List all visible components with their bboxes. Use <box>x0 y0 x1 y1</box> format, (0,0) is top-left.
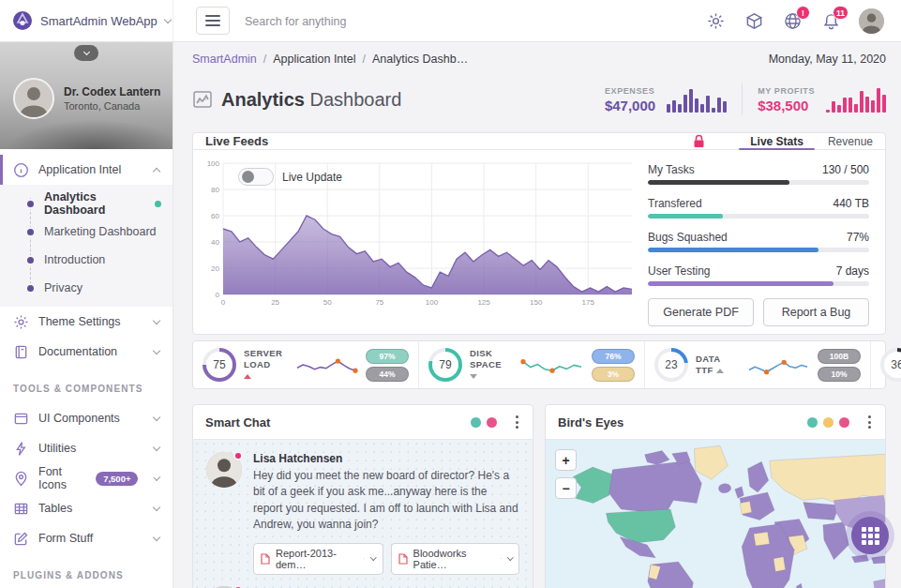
tab-live-stats[interactable]: Live Stats <box>750 133 803 149</box>
expenses-kpi: EXPENSES $47,000 <box>605 86 727 113</box>
profile-collapse-button[interactable] <box>74 45 98 61</box>
navbar-actions: ! 11 <box>705 8 901 34</box>
birds-eyes-panel: Bird's Eyes + − <box>545 404 886 588</box>
stat-my-tasks: My Tasks130 / 500 <box>648 163 869 185</box>
generate-pdf-button[interactable]: Generate PDF <box>648 298 754 326</box>
report-bug-button[interactable]: Report a Bug <box>763 298 869 326</box>
area-chart-icon <box>192 89 213 110</box>
svg-text:25: 25 <box>271 298 279 307</box>
sidebar-item-font-icons[interactable]: Font Icons 7,500+ <box>0 463 173 493</box>
profile-avatar[interactable] <box>13 78 54 119</box>
current-date: Monday, May 11, 2020 <box>769 53 886 66</box>
header-kpis: EXPENSES $47,000 MY PROFITS $38,500 <box>605 83 886 115</box>
file-icon <box>398 553 408 565</box>
map-zoom-in-button[interactable]: + <box>555 449 577 471</box>
sidebar-item-documentation[interactable]: Documentation <box>0 337 173 367</box>
notifications-bell-icon[interactable]: 11 <box>820 10 841 31</box>
brand-chevron-down-icon <box>164 15 172 23</box>
info-icon <box>13 162 29 178</box>
language-globe-icon[interactable]: ! <box>782 10 803 31</box>
smart-chat-menu-icon[interactable] <box>514 414 520 430</box>
brand[interactable]: SmartAdmin WebApp <box>0 0 173 41</box>
sidebar-item-introduction[interactable]: Introduction <box>0 246 173 274</box>
server-load-sparkline <box>294 351 358 379</box>
teal-dot[interactable] <box>807 417 818 428</box>
main-content: SmartAdmin / Application Intel / Analyti… <box>173 42 901 588</box>
live-stats-area-chart: Live Update 0204060801000255075100125150… <box>204 159 635 308</box>
kpi-strip: 75 SERVERLOAD 97%44% 79 DISKSPACE 76%3% … <box>192 340 886 389</box>
attachments: Report-2013-dem… Bloodworks Patie… <box>253 543 519 575</box>
gear-icon <box>13 314 29 330</box>
settings-gear-icon[interactable] <box>705 10 726 31</box>
pink-dot[interactable] <box>487 417 497 428</box>
live-update-toggle[interactable] <box>238 168 274 186</box>
sidebar-item-privacy[interactable]: Privacy <box>0 274 173 302</box>
application-intel-submenu: Analytics Dashboard Marketing Dashboard … <box>0 185 173 307</box>
map-zoom-out-button[interactable]: − <box>555 477 577 499</box>
birds-eyes-menu-icon[interactable] <box>866 414 873 430</box>
pink-dot[interactable] <box>839 417 849 428</box>
profits-label: MY PROFITS <box>758 86 815 96</box>
top-navbar: SmartAdmin WebApp ! 11 <box>0 0 901 42</box>
search-input[interactable] <box>245 15 545 28</box>
sidebar-item-marketing-dashboard[interactable]: Marketing Dashboard <box>0 218 173 246</box>
tab-revenue[interactable]: Revenue <box>828 133 873 149</box>
svg-text:125: 125 <box>477 298 490 307</box>
trend-up-icon <box>716 369 724 373</box>
chevron-down-icon <box>153 533 160 540</box>
apps-cube-icon[interactable] <box>743 10 764 31</box>
attachment-dropdown[interactable] <box>364 558 376 560</box>
user-avatar[interactable] <box>859 8 884 34</box>
kpi-temp: 36 TEMP. 12440F <box>871 341 901 388</box>
teal-dot[interactable] <box>471 417 481 428</box>
sidebar-item-ui-components[interactable]: UI Components <box>0 403 173 433</box>
font-icons-count-badge: 7,500+ <box>96 472 138 486</box>
menu-toggle-button[interactable] <box>196 7 230 35</box>
live-feeds-title: Live Feeds <box>205 134 268 148</box>
disk-space-sparkline <box>520 351 584 379</box>
avatar-lisa[interactable] <box>206 452 242 488</box>
global-search <box>245 12 705 29</box>
chat-body: Lisa Hatchensen Hey did you meet the new… <box>193 440 533 588</box>
map-pin-icon <box>13 471 29 487</box>
world-map[interactable]: + − <box>546 440 885 588</box>
stat-user-testing: User Testing7 days <box>648 264 869 286</box>
sidebar: Dr. Codex Lantern Toronto, Canada Applic… <box>0 42 173 588</box>
brand-name: SmartAdmin WebApp <box>40 14 158 28</box>
kpi-server-load: 75 SERVERLOAD 97%44% <box>193 341 419 388</box>
svg-text:80: 80 <box>211 186 219 194</box>
breadcrumb-home[interactable]: SmartAdmin <box>192 53 257 66</box>
sidebar-profile: Dr. Codex Lantern Toronto, Canada <box>0 42 173 149</box>
smartadmin-app: SmartAdmin WebApp ! 11 <box>0 0 901 588</box>
sidebar-item-theme-settings[interactable]: Theme Settings <box>0 307 173 337</box>
breadcrumb-section[interactable]: Application Intel <box>273 53 355 66</box>
attachment-report[interactable]: Report-2013-dem… <box>253 543 383 575</box>
svg-text:150: 150 <box>530 298 543 307</box>
attachment-bloodworks[interactable]: Bloodworks Patie… <box>391 543 519 575</box>
window-icon <box>13 411 29 427</box>
sidebar-item-analytics-dashboard[interactable]: Analytics Dashboard <box>0 189 173 218</box>
sidebar-item-utilities[interactable]: Utilities <box>0 433 173 463</box>
profile-location: Toronto, Canada <box>64 100 160 112</box>
attachment-dropdown[interactable] <box>501 558 513 560</box>
data-ttf-sparkline <box>746 351 810 379</box>
pencil-edit-icon <box>13 531 29 547</box>
live-feeds-tabs: Live Stats Revenue <box>693 133 873 149</box>
birds-eyes-header-dots <box>807 414 873 430</box>
svg-text:175: 175 <box>582 298 595 307</box>
chevron-down-icon <box>153 503 160 510</box>
trend-up-icon <box>244 374 251 379</box>
file-icon <box>261 553 270 565</box>
sidebar-item-tables[interactable]: Tables <box>0 493 173 523</box>
app-shortcuts-fab[interactable] <box>851 517 889 554</box>
globe-alert-badge: ! <box>796 6 810 20</box>
yellow-dot[interactable] <box>823 417 833 428</box>
expenses-label: EXPENSES <box>605 86 655 96</box>
chevron-down-icon <box>153 316 160 324</box>
expenses-value: $47,000 <box>605 98 655 113</box>
app-logo-icon <box>12 10 33 31</box>
grid-icon <box>862 527 879 545</box>
sidebar-item-application-intel[interactable]: Application Intel <box>0 155 173 185</box>
sidebar-item-form-stuff[interactable]: Form Stuff <box>0 523 173 553</box>
online-status-dot <box>233 451 243 460</box>
